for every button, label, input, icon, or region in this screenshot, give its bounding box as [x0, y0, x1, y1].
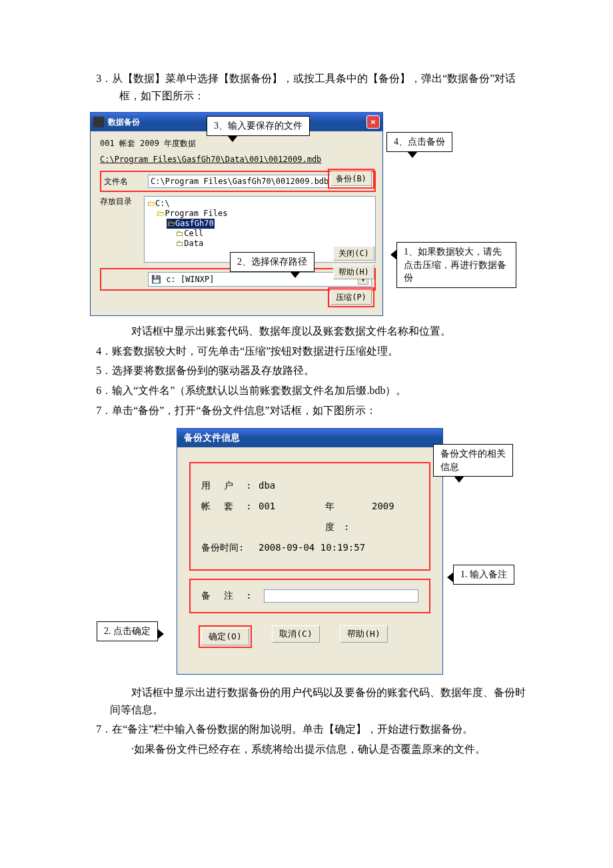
step-4-text: 4．账套数据较大时，可先单击“压缩”按钮对数据进行压缩处理。: [83, 343, 530, 360]
document-page: 3．从【数据】菜单中选择【数据备份】，或按工具条中的【备份】，弹出“数据备份”对…: [0, 0, 613, 794]
year-value: 2009: [365, 496, 418, 537]
account-label: 帐套: [201, 496, 259, 537]
file-name-label: 文件名: [104, 176, 140, 187]
backup-info-dialog-figure: 备份文件信息 用户 dba 帐套 001 年度 2009 备份时间: [97, 428, 516, 675]
callout-ok: 2. 点击确定: [97, 621, 158, 641]
callout-info: 备份文件的相关信息: [433, 444, 513, 477]
callout-4: 4、点击备份: [386, 132, 452, 152]
close-button[interactable]: 关闭(C): [333, 246, 374, 261]
account-value: 001: [259, 496, 325, 537]
info-block: 用户 dba 帐套 001 年度 2009 备份时间 2008-09-04 10…: [189, 462, 430, 571]
ok-button[interactable]: 确定(O): [201, 628, 249, 645]
desc-after-dlg2: 对话框中显示出进行数据备份的用户代码以及要备份的账套代码、数据年度、备份时间等信…: [83, 684, 530, 718]
titlebar: 备份文件信息: [177, 429, 442, 447]
account-header: 001 帐套 2009 年度数据: [100, 138, 376, 149]
callout-note: 1. 输入备注: [453, 565, 514, 585]
callout-3: 3、输入要保存的文件: [207, 116, 310, 136]
compress-button[interactable]: 压缩(P): [330, 290, 372, 305]
folder-icon: 🗀: [176, 239, 184, 248]
app-icon: [93, 117, 104, 127]
close-icon[interactable]: ×: [366, 115, 380, 129]
callout-2: 2、选择保存路径: [230, 252, 314, 272]
backup-time-label: 备份时间: [201, 537, 259, 558]
desc-after-dlg1: 对话框中显示出账套代码、数据年度以及账套数据文件名称和位置。: [83, 323, 530, 340]
backup-button-highlight: 备份(B): [328, 169, 374, 189]
callout-1: 1、如果数据较大，请先点击压缩，再进行数据备份: [396, 242, 516, 288]
user-label: 用户: [201, 475, 259, 496]
folder-open-icon: 🗁: [167, 219, 175, 228]
folder-open-icon: 🗁: [147, 199, 155, 208]
backup-button[interactable]: 备份(B): [330, 171, 372, 186]
step-7-text: 7．单击“备份”，打开“备份文件信息”对话框，如下图所示：: [83, 402, 530, 419]
backup-info-dialog: 备份文件信息 用户 dba 帐套 001 年度 2009 备份时间: [177, 428, 443, 675]
dialog-title: 备份文件信息: [180, 432, 440, 444]
help-button[interactable]: 帮助(H): [340, 625, 388, 643]
note-label: 备注: [201, 590, 259, 602]
bullet-overwrite: ·如果备份文件已经存在，系统将给出提示信息，确认是否覆盖原来的文件。: [83, 741, 530, 758]
source-path: C:\Program Files\GasfGh70\Data\001\00120…: [100, 155, 376, 164]
backup-time-value: 2008-09-04 10:19:57: [259, 537, 418, 558]
step-6-text: 6．输入“文件名”（系统默认以当前账套数据文件名加后缀.bdb）。: [83, 382, 530, 399]
step-3-text: 3．从【数据】菜单中选择【数据备份】，或按工具条中的【备份】，弹出“数据备份”对…: [83, 70, 530, 104]
drive-icon: 💾: [151, 275, 166, 284]
dir-label: 存放目录: [100, 196, 136, 207]
selected-folder[interactable]: 🗁GasfGh70: [167, 219, 215, 229]
ok-button-highlight: 确定(O): [199, 625, 252, 648]
note-input[interactable]: [264, 589, 418, 603]
backup-dialog: 数据备份 × 001 帐套 2009 年度数据 C:\Program Files…: [90, 112, 383, 316]
note-block: 备注: [189, 579, 430, 613]
cancel-button[interactable]: 取消(C): [272, 625, 320, 643]
user-value: dba: [259, 475, 418, 496]
step-5-text: 5．选择要将数据备份到的驱动器及存放路径。: [83, 362, 530, 379]
step-7b-text: 7．在“备注”栏中输入备份数据的附加说明。单击【确定】，开始进行数据备份。: [83, 721, 530, 738]
year-label: 年度: [325, 496, 365, 537]
compress-button-highlight: 压缩(P): [328, 287, 374, 307]
folder-icon: 🗀: [176, 229, 184, 238]
backup-dialog-figure: 数据备份 × 001 帐套 2009 年度数据 C:\Program Files…: [90, 112, 523, 316]
help-button[interactable]: 帮助(H): [333, 265, 374, 279]
folder-open-icon: 🗁: [157, 209, 165, 218]
